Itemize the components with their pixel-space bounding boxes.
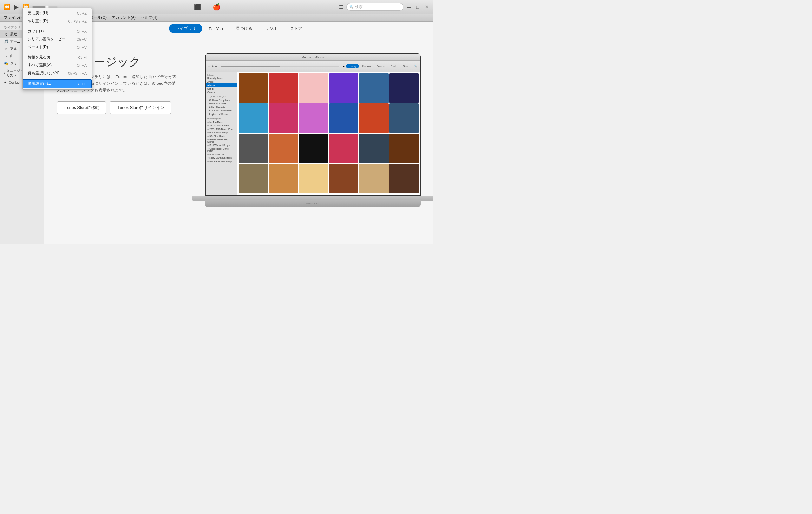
inner-sidebar-genres: Genres bbox=[206, 90, 237, 94]
now-playing-area: ⬛ bbox=[58, 2, 338, 12]
menu-select-all[interactable]: すべて選択(A) Ctrl+A bbox=[23, 61, 92, 69]
inner-sidebar-glam: ○ 90s Glam Rock bbox=[206, 134, 237, 138]
album-cell: ... ... bbox=[329, 164, 358, 193]
album-cell: Mumford & Sons Mumford & Sons bbox=[238, 164, 268, 193]
volume-slider[interactable] bbox=[32, 6, 58, 8]
album-cell: Mirage - EP Elze bbox=[299, 104, 328, 133]
album-cell: Coasts Coasts bbox=[359, 73, 388, 103]
inner-sidebar-library-title: Library bbox=[206, 73, 237, 77]
tab-store[interactable]: ストア bbox=[284, 24, 309, 33]
inner-sidebar-rnb: ○ 2000s R&B Dinner Party bbox=[206, 127, 237, 131]
laptop-mockup: iTunes — iTunes ⏮ ▶ ⏭ ⇄ Library bbox=[192, 50, 433, 237]
tab-for-you[interactable]: For You bbox=[202, 25, 229, 33]
menu-select-none[interactable]: 何も選択しない(N) Ctrl+Shift+A bbox=[23, 69, 92, 77]
chevron-down-icon: ▾ bbox=[4, 72, 5, 75]
album-cell: Sunlit Youth Local Natives bbox=[359, 134, 388, 163]
inner-sidebar-albums: Albums bbox=[206, 83, 237, 87]
laptop-image-area: iTunes — iTunes ⏮ ▶ ⏭ ⇄ Library bbox=[192, 50, 433, 240]
inner-tab-radio: Radio bbox=[388, 64, 400, 68]
laptop-bezel: iTunes — iTunes ⏮ ▶ ⏭ ⇄ Library bbox=[205, 53, 420, 196]
menu-undo[interactable]: 元に戻す(U) Ctrl+Z bbox=[23, 9, 92, 17]
go-to-store-button[interactable]: iTunes Storeに移動 bbox=[57, 101, 106, 114]
apple-logo: 🍎 bbox=[213, 3, 221, 11]
tab-library[interactable]: ライブラリ bbox=[169, 24, 202, 33]
genre-icon: 🎭 bbox=[4, 61, 8, 66]
minimize-button[interactable]: ⏪ bbox=[3, 3, 10, 10]
inner-sidebar-workout: ○ Best Workout Songs bbox=[206, 143, 237, 147]
album-cell: ... ... bbox=[389, 164, 419, 193]
sidebar-item-genres-label: ジャ... bbox=[10, 61, 20, 66]
inner-sidebar-most-played: ○ Top 25 Most Played bbox=[206, 124, 237, 127]
airplay-button[interactable]: ⬛ bbox=[193, 2, 203, 12]
menu-cut[interactable]: カット(T) Ctrl+X bbox=[23, 27, 92, 35]
inner-sidebar-recently-added: Recently Added bbox=[206, 77, 237, 80]
album-icon: ♬ bbox=[4, 47, 8, 51]
close-window-button[interactable]: ✕ bbox=[423, 3, 430, 10]
menu-copy-serial[interactable]: シリアル番号をコピー Ctrl+C bbox=[23, 35, 92, 43]
inner-sidebar-songs: Songs bbox=[206, 87, 237, 90]
sidebar-item-artists-label: アー... bbox=[10, 39, 20, 44]
maximize-window-button[interactable]: □ bbox=[414, 3, 421, 10]
inner-sidebar: Library Recently Added Artists Albums So… bbox=[206, 72, 237, 195]
album-cell: ... ... bbox=[389, 73, 419, 103]
sidebar-item-recent-label: 最近... bbox=[10, 32, 20, 36]
inner-prev-icon: ⏮ bbox=[208, 65, 211, 67]
album-cell: ... ... bbox=[389, 134, 419, 163]
edit-dropdown-menu: 元に戻す(U) Ctrl+Z やり直す(R) Ctrl+Shift+Z カット(… bbox=[22, 8, 92, 89]
action-buttons: iTunes Storeに移動 iTunes Storeにサインイン bbox=[57, 101, 179, 114]
separator-3 bbox=[23, 78, 92, 78]
inner-next-icon: ⏭ bbox=[215, 65, 218, 67]
album-cell: A / B Kaleo bbox=[299, 134, 328, 163]
tab-radio[interactable]: ラジオ bbox=[259, 24, 284, 33]
search-box[interactable]: 🔍 検索 bbox=[346, 3, 403, 11]
sidebar-toggle-button[interactable]: ☰ bbox=[338, 3, 345, 10]
album-cell: ... ... bbox=[299, 164, 328, 193]
menu-help[interactable]: ヘルプ(H) bbox=[138, 14, 160, 21]
album-cell: ... ... bbox=[359, 164, 388, 193]
content-area: ライブラリ For You 見つける ラジオ ストア ‹ › ♫ ミュージック … bbox=[45, 22, 433, 244]
inner-tab-browse: Browse bbox=[374, 64, 387, 68]
song-icon: ♪ bbox=[4, 54, 8, 58]
tab-discover[interactable]: 見つける bbox=[229, 24, 259, 33]
album-cell: Primitives Skyshine bbox=[329, 73, 358, 103]
inner-play-icon: ▶ bbox=[212, 65, 214, 67]
play-button[interactable]: ▶ bbox=[12, 3, 21, 11]
separator-2 bbox=[23, 52, 92, 52]
inner-sidebar-political: ○ 60s Political Songs bbox=[206, 131, 237, 134]
laptop-body: MacBook Pro bbox=[205, 200, 420, 207]
title-bar-right: ☰ 🔍 検索 — □ ✕ bbox=[338, 3, 430, 11]
album-grid: Always Strive and Prosper A$AP Ferg In O… bbox=[237, 72, 420, 195]
inner-sidebar-classic-rock: ○ Classic Rock Dinner Party bbox=[206, 147, 237, 153]
inner-sidebar-apple-music-title: Apple Music Playlists bbox=[206, 95, 237, 99]
inner-itunes: iTunes — iTunes ⏮ ▶ ⏭ ⇄ Library bbox=[206, 54, 420, 195]
inner-sidebar-artists: Artists bbox=[206, 80, 237, 83]
album-cell: A Crack in the Filo bbox=[359, 104, 388, 133]
album-cell: Always Strive and Prosper A$AP Ferg bbox=[238, 73, 268, 103]
menu-redo[interactable]: やり直す(R) Ctrl+Shift+Z bbox=[23, 17, 92, 25]
artist-icon: 🎵 bbox=[4, 39, 8, 44]
search-placeholder: 検索 bbox=[355, 4, 362, 9]
content-split: ‹ › ♫ ミュージック ミュージックライブラリには、iTunesに追加した曲や… bbox=[45, 36, 433, 244]
inner-sidebar-coldplay: ♪ Coldplay: Deep Cuts bbox=[206, 99, 237, 102]
inner-album-content: Always Strive and Prosper A$AP Ferg In O… bbox=[237, 72, 420, 195]
sign-in-button[interactable]: iTunes Storeにサインイン bbox=[110, 101, 171, 114]
menu-paste[interactable]: ペースト(P) Ctrl+V bbox=[23, 43, 92, 51]
inner-sidebar-music-playlists-title: Music Playlists — bbox=[206, 117, 237, 120]
inner-sidebar-movies: ○ Favorite Movies Songs bbox=[206, 160, 237, 163]
album-cell: PersonA Edward Sharpe &... bbox=[269, 104, 298, 133]
album-cell: RA RA bbox=[269, 164, 298, 193]
sidebar-item-songs-label: 曲 bbox=[10, 54, 13, 58]
inner-tab-library: Library bbox=[346, 64, 359, 68]
album-cell: Oh No Jeezy Lenzo bbox=[269, 134, 298, 163]
menu-info[interactable]: 情報を見る(I) Ctrl+I bbox=[23, 53, 92, 61]
nav-tabs: ライブラリ For You 見つける ラジオ ストア bbox=[45, 22, 433, 36]
menu-preferences[interactable]: 環境設定(F)... Ctrl+, bbox=[23, 79, 92, 88]
inner-shuffle-icon: ⇄ bbox=[343, 65, 345, 67]
inner-sidebar-rolling-stones: ○ Best of The Rolling Stones bbox=[206, 138, 237, 143]
inner-sidebar-alist: ♪ A List: Alternative bbox=[206, 105, 237, 109]
inner-sidebar-edm: ○ EDM Work Out bbox=[206, 153, 237, 156]
minimize-window-button[interactable]: — bbox=[405, 3, 412, 10]
menu-account[interactable]: アカウント(A) bbox=[109, 14, 138, 21]
inner-sidebar-rainy: ○ Rainy Day Soundtrack bbox=[206, 156, 237, 160]
album-cell: Views Drake bbox=[238, 104, 268, 133]
